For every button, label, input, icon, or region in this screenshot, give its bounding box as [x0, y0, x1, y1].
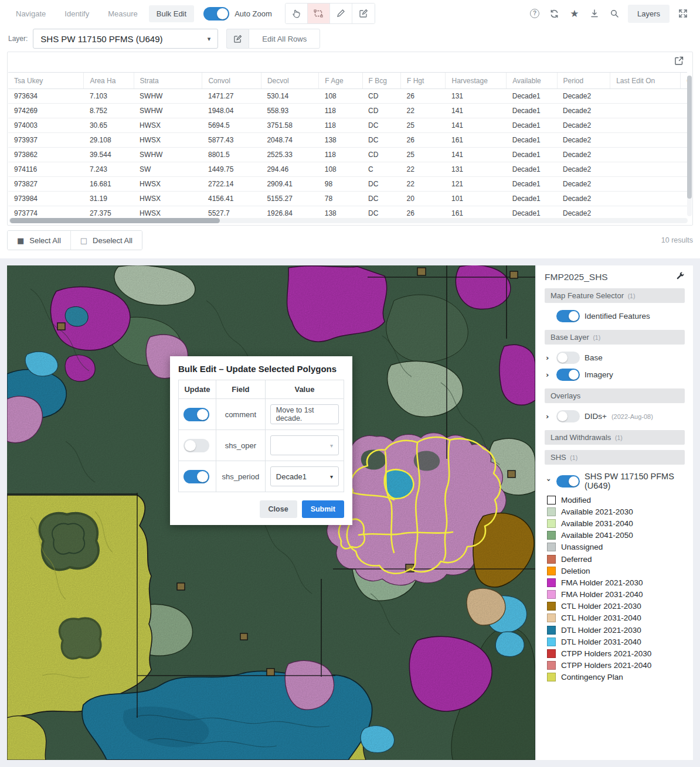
tab-measure[interactable]: Measure [100, 5, 145, 22]
close-button[interactable]: Close [260, 500, 297, 518]
search-icon[interactable] [606, 5, 623, 22]
table-cell: 131 [446, 162, 507, 177]
column-header[interactable]: F Age [319, 73, 362, 89]
column-header[interactable]: F Bcg [362, 73, 401, 89]
dialog-column-header: Update [179, 380, 216, 399]
edit-attributes-icon[interactable] [352, 4, 375, 23]
column-header[interactable]: Tsa Ukey [8, 73, 84, 89]
table-row[interactable]: 97393729.108HWSX5877.432048.74138DC26161… [8, 133, 687, 148]
legend-label: Contingency Plan [561, 673, 623, 681]
table-cell: SWHW [134, 148, 202, 162]
toolbar-right-icons: ? ★ Layers [526, 5, 692, 23]
dialog-field-row: commentMove to 1st decade. [179, 399, 344, 430]
column-header[interactable]: Decvol [261, 73, 318, 89]
table-cell [681, 192, 687, 206]
legend-item: FMA Holder 2031-2040 [545, 589, 685, 601]
table-row[interactable]: 97400330.65HWSX5694.53751.58118DC25141De… [8, 118, 687, 133]
table-cell: 5694.5 [202, 118, 261, 133]
download-icon[interactable] [586, 5, 603, 22]
shs_oper-select[interactable]: ▾ [270, 435, 339, 455]
shs_period-select[interactable]: Decade1▾ [270, 466, 339, 486]
layer-select[interactable]: SHS PW 117150 PFMS (U649) ▾ [33, 29, 218, 49]
table-row[interactable]: 97386239.544SWHW8801.52525.33118CD25141D… [8, 148, 687, 162]
chevron-right-icon[interactable]: › [546, 353, 552, 362]
update-toggle-comment[interactable] [184, 408, 209, 421]
submit-button[interactable]: Submit [302, 500, 344, 518]
wrench-icon[interactable] [676, 271, 685, 282]
refresh-icon[interactable] [546, 5, 563, 22]
column-header[interactable]: Area Ha [84, 73, 134, 89]
table-cell: 1948.04 [202, 104, 261, 118]
table-cell: 78 [319, 192, 362, 206]
edit-layer-icon[interactable] [226, 29, 249, 49]
marquee-select-icon[interactable] [308, 4, 330, 23]
modified-checkbox[interactable] [547, 496, 556, 504]
column-header[interactable]: F Hgt [401, 73, 446, 89]
update-toggle-shs_period[interactable] [184, 470, 209, 483]
select-all-button[interactable]: ■ Select All [8, 231, 71, 250]
table-cell: 26 [401, 89, 446, 104]
legend-label: CTPP Holders 2021-2040 [561, 661, 651, 670]
legend-label: Available 2041-2050 [561, 531, 633, 540]
table-cell: 26 [401, 133, 446, 148]
tab-bulk-edit[interactable]: Bulk Edit [149, 5, 194, 22]
chevron-right-icon[interactable]: › [546, 412, 552, 421]
app-window: NavigateIdentifyMeasureBulk Edit Auto Zo… [0, 0, 700, 767]
tab-navigate[interactable]: Navigate [8, 5, 53, 22]
legend-swatch [547, 661, 556, 670]
help-icon[interactable]: ? [526, 5, 543, 22]
star-icon[interactable]: ★ [566, 5, 583, 22]
edit-all-rows-button[interactable]: Edit All Rows [249, 29, 320, 49]
table-cell: CD [362, 148, 401, 162]
auto-zoom-label: Auto Zoom [235, 9, 272, 18]
column-header[interactable]: Strata [134, 73, 202, 89]
table-row[interactable]: 97382716.681HWSX2722.142909.4198DC22121D… [8, 177, 687, 192]
legend-swatch [547, 590, 556, 599]
legend-item: Deferred [545, 553, 685, 565]
table-horizontal-scrollbar[interactable] [9, 218, 688, 223]
table-cell: 131 [446, 89, 507, 104]
column-header[interactable]: Period [557, 73, 610, 89]
legend-swatch [547, 555, 556, 564]
fullscreen-icon[interactable] [674, 5, 692, 22]
table-cell [610, 133, 681, 148]
update-toggle-shs_oper[interactable] [184, 439, 209, 452]
chevron-right-icon[interactable]: › [546, 370, 552, 379]
export-table-icon[interactable] [674, 56, 684, 68]
table-row[interactable]: 9742698.752SWHW1948.04558.93118CD22141De… [8, 104, 687, 118]
auto-zoom-toggle[interactable] [203, 7, 229, 21]
field-label: comment [216, 399, 265, 430]
visibility-toggle[interactable] [556, 310, 580, 322]
tab-identify[interactable]: Identify [57, 5, 97, 22]
column-header[interactable]: Convol [202, 73, 261, 89]
chevron-down-icon[interactable]: › [545, 478, 553, 484]
legend-item: Deletion [545, 565, 685, 577]
visibility-toggle[interactable] [556, 352, 580, 364]
table-cell: 530.14 [261, 89, 318, 104]
chevron-down-icon: ▾ [330, 473, 333, 480]
table-row[interactable]: 9741167.243SW1449.75294.46108C22131Decad… [8, 162, 687, 177]
column-header[interactable]: Harvestage [446, 73, 507, 89]
layers-button[interactable]: Layers [628, 5, 670, 23]
visibility-toggle[interactable] [556, 410, 580, 422]
visibility-toggle[interactable] [556, 475, 580, 488]
hand-icon[interactable] [286, 4, 308, 23]
legend-label: CTL Holder 2021-2030 [561, 602, 641, 611]
layer-item-dids-: ›DIDs+(2022-Aug-08) [545, 408, 685, 425]
comment-input[interactable]: Move to 1st decade. [270, 404, 339, 424]
table-cell: 98 [319, 177, 362, 192]
column-header[interactable]: Available [507, 73, 557, 89]
table-cell: 7.243 [84, 162, 134, 177]
attribute-table: Tsa UkeyArea HaStrataConvolDecvolF AgeF … [8, 72, 687, 220]
deselect-all-button[interactable]: □ Deselect All [71, 231, 142, 250]
table-row[interactable]: 97398431.19HWSX4156.415155.2778DC20101De… [8, 192, 687, 206]
column-header[interactable]: Comment [681, 73, 687, 89]
visibility-toggle[interactable] [556, 369, 580, 381]
column-header[interactable]: Last Edit On [610, 73, 681, 89]
map-canvas[interactable]: Bulk Edit – Update Selected Polygons Upd… [7, 265, 535, 760]
pencil-icon[interactable] [330, 4, 352, 23]
table-row[interactable]: 9736347.103SWHW1471.27530.14108CD26131De… [8, 89, 687, 104]
table-vertical-scrollbar[interactable] [687, 76, 692, 216]
legend-item: Available 2031-2040 [545, 517, 685, 529]
layer-legend: ModifiedAvailable 2021-2030Available 203… [545, 494, 685, 683]
